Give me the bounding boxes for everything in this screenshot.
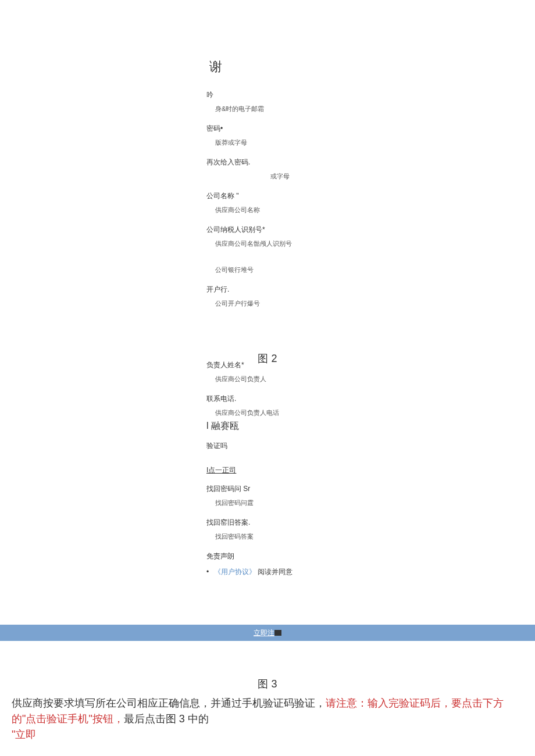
recover-question-label: 找回密码问 Sr [206,484,381,494]
agreement-suffix: 阅读并同意 [258,568,293,576]
recover-question-group: 找回密码问 Sr 找回密码问霆 [206,484,381,507]
register-block-icon [274,630,281,636]
company-name-label: 公司名称 " [206,191,381,201]
register-button[interactable]: 立即注 [0,625,535,641]
lrsa-text: l 融赛瓯 [206,420,381,432]
register-button-label: 立即注 [254,628,274,638]
figure-3-label: 图 3 [0,677,535,691]
tax-id-label: 公司纳税人识别号* [206,225,381,235]
recover-answer-label: 找回窑旧答案. [206,518,381,528]
registration-form-part2: 负责人姓名* 供应商公司负责人 联系电话. 供应商公司负责人电话 l 融赛瓯 验… [206,360,381,577]
password-again-group: 再次给入密码. 或字母 [206,157,381,181]
instruction-text: 供应商按要求填写所在公司相应正确信息，并通过手机验证码验证，请注意：输入完验证码… [0,696,535,743]
password-group: 密码• 版莽或字母 [206,124,381,147]
password-again-hint: 或字母 [270,172,381,181]
bank-branch-hint: 公司开户行爆号 [215,299,381,308]
user-agreement-link[interactable]: 《用户协议》 [214,568,256,576]
owner-name-label: 负责人姓名* [206,360,381,370]
instruction-part3: 最后点击图 3 中的 [124,713,209,725]
password-hint: 版莽或字母 [215,138,381,147]
instruction-part4-red: "立即 [12,729,36,740]
verify-phone-link[interactable]: I点一正司 [206,465,381,475]
bullet-icon: • [206,568,209,576]
company-name-group: 公司名称 " 供应商公司名称 [206,191,381,214]
email-label: 吟 [206,90,381,100]
recover-answer-group: 找回窑旧答案. 找回密码答案 [206,518,381,541]
instruction-part1: 供应商按要求填写所在公司相应正确信息，并通过手机验证码验证， [12,697,326,709]
phone-group: 联系电话. 供应商公司负责人电话 [206,394,381,417]
company-name-hint: 供应商公司名称 [215,206,381,214]
verify-label: 验证吗 [206,441,381,451]
phone-hint: 供应商公司负责人电话 [215,409,381,417]
recover-question-hint: 找回密码问霆 [215,499,381,507]
bank-group: 公司银行堆号 [206,266,381,274]
figure-3-section: 图 3 供应商按要求填写所在公司相应正确信息，并通过手机验证码验证，请注意：输入… [0,677,535,743]
registration-form-part1: 谢 吟 身&时的电子邮霜 密码• 版莽或字母 再次给入密码. 或字母 公司名称 … [206,58,381,318]
owner-name-group: 负责人姓名* 供应商公司负责人 [206,360,381,384]
agreement-row: • 《用户协议》 阅读并同意 [206,567,381,577]
tax-id-hint: 供应商公司名骷颅人识别号 [215,239,381,248]
phone-label: 联系电话. [206,394,381,404]
tax-id-group: 公司纳税人识别号* 供应商公司名骷颅人识别号 [206,225,381,248]
owner-name-hint: 供应商公司负责人 [215,375,381,384]
email-hint: 身&时的电子邮霜 [215,105,381,113]
bank-branch-group: 开户行. 公司开户行爆号 [206,285,381,308]
disclaimer-label: 免责声朗 [206,551,381,561]
recover-answer-hint: 找回密码答案 [215,532,381,541]
bank-branch-label: 开户行. [206,285,381,295]
password-again-label: 再次给入密码. [206,157,381,167]
bank-hint: 公司银行堆号 [215,266,381,274]
form-title: 谢 [209,58,381,76]
email-group: 吟 身&时的电子邮霜 [206,90,381,113]
password-label: 密码• [206,124,381,134]
